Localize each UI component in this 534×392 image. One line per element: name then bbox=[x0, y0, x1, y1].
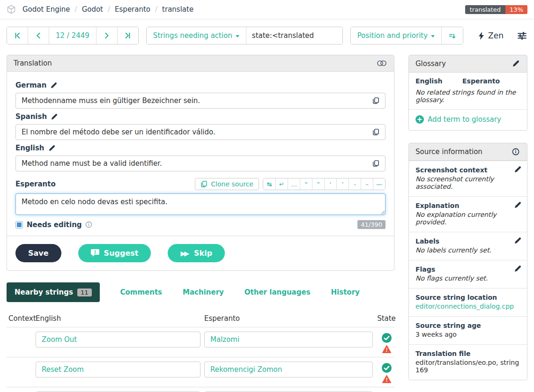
state-cell bbox=[378, 332, 394, 353]
table-header-row: Context English Esperanto State bbox=[7, 314, 394, 327]
first-string-button[interactable] bbox=[7, 27, 28, 44]
suggestion-bubble-icon bbox=[91, 249, 99, 257]
translation-editor-textarea[interactable]: Metodo en celo nodo devas esti specifita… bbox=[15, 193, 386, 215]
edit-labels-button[interactable] bbox=[514, 237, 521, 244]
link-icon bbox=[377, 60, 386, 66]
sort-direction-button[interactable] bbox=[441, 27, 463, 44]
insert-en-dash-button[interactable]: – bbox=[361, 178, 373, 190]
string-link[interactable]: Malzomi bbox=[210, 335, 239, 344]
tab-nearby-strings[interactable]: Nearby strings 11 bbox=[7, 282, 100, 302]
copy-icon bbox=[372, 97, 379, 104]
plus-circle-icon bbox=[415, 115, 424, 124]
source-text: Method name must be a valid identifier. bbox=[22, 159, 162, 168]
insert-tab-button[interactable]: ↹ bbox=[263, 178, 275, 190]
tab-history[interactable]: History bbox=[331, 288, 360, 296]
zen-label: Zen bbox=[488, 31, 504, 40]
character-counter: 41/390 bbox=[357, 220, 386, 229]
target-language-row: Esperanto Clone source ↹ ↵ … “ ” ‘ bbox=[15, 178, 386, 190]
tab-comments[interactable]: Comments bbox=[120, 288, 163, 296]
last-string-button[interactable] bbox=[117, 27, 138, 44]
add-term-button[interactable]: Add term to glossary bbox=[415, 115, 501, 124]
string-link[interactable]: Zoom Out bbox=[42, 335, 77, 344]
insert-em-dash-button[interactable]: — bbox=[373, 178, 385, 190]
breadcrumb-language[interactable]: Esperanto bbox=[115, 5, 150, 14]
filter-dropdown-button[interactable]: Strings needing action bbox=[147, 27, 246, 44]
edit-language-button[interactable] bbox=[50, 82, 57, 89]
section-label: Flags bbox=[415, 266, 520, 273]
insert-newline-button[interactable]: ↵ bbox=[275, 178, 288, 190]
chevron-down-icon bbox=[431, 35, 435, 37]
insert-right-single-quote-button[interactable]: ’ bbox=[336, 178, 349, 190]
warning-triangle-icon bbox=[382, 345, 391, 353]
edit-flags-button[interactable] bbox=[514, 265, 521, 273]
screenshot-context-section: Screenshot context No screenshot current… bbox=[409, 161, 527, 196]
save-button[interactable]: Save bbox=[15, 244, 61, 262]
zen-mode-button[interactable]: Zen bbox=[478, 31, 504, 40]
skip-button[interactable]: ▶▶ Skip bbox=[168, 244, 225, 262]
labels-section: Labels No labels currently set. bbox=[409, 232, 527, 260]
section-label: Source string location bbox=[415, 294, 520, 301]
copy-translation-button[interactable] bbox=[369, 128, 379, 136]
glossary-columns-row: English Esperanto bbox=[409, 73, 527, 86]
table-row: Warnings Avertoj bbox=[7, 387, 394, 392]
section-label: Explanation bbox=[415, 202, 520, 209]
pencil-icon bbox=[514, 265, 521, 273]
search-input[interactable] bbox=[246, 27, 342, 44]
copy-translation-button[interactable] bbox=[369, 97, 379, 104]
string-link[interactable]: Rekomencigi Zomon bbox=[210, 365, 282, 374]
breadcrumb-project[interactable]: Godot Engine bbox=[22, 5, 70, 14]
insert-right-double-quote-button[interactable]: ” bbox=[312, 178, 324, 190]
previous-string-button[interactable] bbox=[28, 27, 49, 44]
flags-section: Flags No flags currently set. bbox=[409, 260, 527, 288]
source-info-title: Source information bbox=[415, 148, 482, 156]
string-position: 12 / 2449 bbox=[49, 27, 96, 44]
pencil-icon bbox=[514, 166, 521, 173]
chevron-down-icon bbox=[236, 35, 239, 37]
translated-check-icon bbox=[382, 333, 392, 343]
next-string-button[interactable] bbox=[96, 27, 117, 44]
project-cube-icon bbox=[7, 5, 16, 14]
source-file-link[interactable]: editor/connections_dialog.cpp bbox=[415, 303, 514, 310]
tab-machinery[interactable]: Machinery bbox=[183, 288, 224, 296]
breadcrumb-separator: / bbox=[75, 5, 77, 14]
main-content: Translation German Methodenname muss ein… bbox=[0, 55, 534, 392]
glossary-title: Glossary bbox=[415, 59, 446, 68]
pencil-icon bbox=[514, 201, 521, 209]
tab-label: Nearby strings bbox=[15, 288, 73, 296]
edit-screenshot-button[interactable] bbox=[514, 166, 521, 173]
badge-percent: 13% bbox=[505, 5, 527, 14]
needs-editing-checkbox[interactable] bbox=[15, 221, 23, 229]
language-label-row: German bbox=[15, 81, 386, 89]
last-icon bbox=[125, 32, 131, 39]
copy-source-button[interactable] bbox=[369, 160, 379, 167]
source-age-section: Source string age 3 weeks ago bbox=[409, 316, 527, 344]
breadcrumb-component[interactable]: Godot bbox=[82, 5, 103, 14]
section-value: No flags currently set. bbox=[415, 274, 520, 282]
translation-text: Methodenname muss ein gültiger Bezeichne… bbox=[22, 96, 200, 105]
edit-language-button[interactable] bbox=[48, 145, 55, 152]
right-sidebar: Glossary English Esperanto No related st… bbox=[408, 55, 527, 380]
suggest-button[interactable]: Suggest bbox=[78, 244, 151, 262]
insert-ellipsis-button[interactable]: … bbox=[288, 178, 300, 190]
permalink-button[interactable] bbox=[376, 59, 387, 67]
editor-settings-button[interactable] bbox=[517, 31, 527, 41]
first-icon bbox=[14, 32, 21, 39]
explanation-section: Explanation No explanation currently pro… bbox=[409, 196, 527, 232]
header-context: Context bbox=[7, 314, 36, 323]
clone-source-button[interactable]: Clone source bbox=[195, 178, 259, 190]
info-icon bbox=[511, 147, 520, 156]
insert-left-single-quote-button[interactable]: ‘ bbox=[324, 178, 336, 190]
tab-other-languages[interactable]: Other languages bbox=[245, 288, 311, 296]
string-link[interactable]: Reset Zoom bbox=[42, 365, 84, 374]
edit-glossary-button[interactable] bbox=[511, 59, 520, 68]
sort-label: Position and priority bbox=[357, 31, 428, 40]
breadcrumb-page[interactable]: translate bbox=[162, 5, 193, 14]
edit-language-button[interactable] bbox=[51, 113, 58, 120]
sort-dropdown-button[interactable]: Position and priority bbox=[351, 27, 441, 44]
insert-hyphen-button[interactable]: - bbox=[349, 178, 361, 190]
pencil-icon bbox=[51, 113, 58, 120]
esperanto-cell: Rekomencigi Zomon bbox=[204, 362, 373, 377]
special-characters-group: ↹ ↵ … “ ” ‘ ’ - – — bbox=[263, 178, 386, 190]
edit-explanation-button[interactable] bbox=[514, 201, 521, 209]
insert-left-double-quote-button[interactable]: “ bbox=[300, 178, 312, 190]
